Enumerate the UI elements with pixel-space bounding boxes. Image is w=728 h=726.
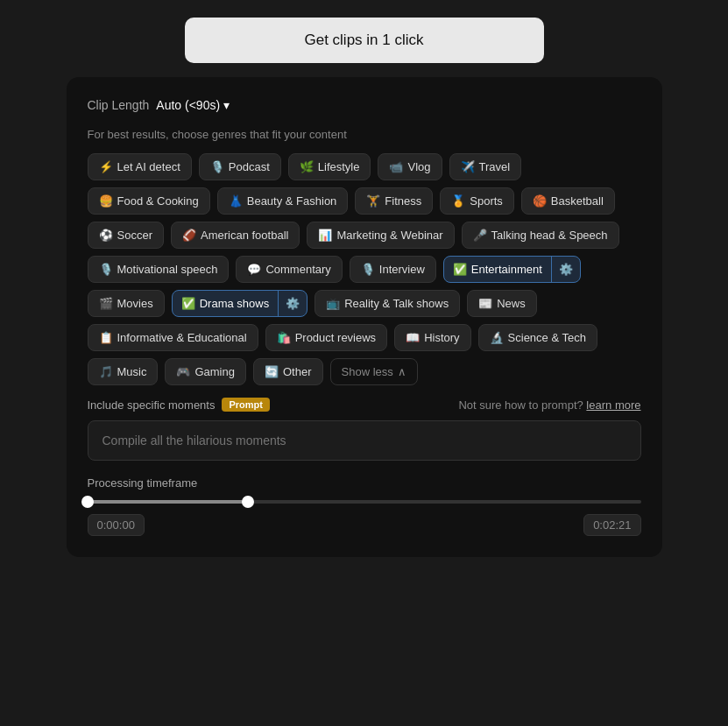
tag-history[interactable]: 📖 History: [394, 324, 470, 351]
tag-science-tech[interactable]: 🔬 Science & Tech: [478, 324, 597, 351]
tag-american-football[interactable]: 🏈 American football: [171, 222, 300, 249]
tag-gaming[interactable]: 🎮 Gaming: [165, 358, 246, 385]
drama-shows-gear-icon[interactable]: ⚙️: [278, 291, 307, 316]
tag-product-reviews[interactable]: 🛍️ Product reviews: [265, 324, 387, 351]
clip-length-dropdown[interactable]: Auto (<90s) ▾: [156, 98, 230, 112]
tag-ai-detect[interactable]: ⚡ Let AI detect: [88, 153, 192, 180]
checkmark-icon: ✅: [453, 263, 467, 276]
checkmark-drama-icon: ✅: [181, 297, 195, 310]
include-left: Include specific moments Prompt: [88, 398, 270, 412]
prompt-input[interactable]: [88, 420, 641, 461]
genres-hint: For best results, choose genres that fit…: [88, 128, 641, 141]
tag-movies[interactable]: 🎬 Movies: [88, 290, 165, 317]
tag-podcast[interactable]: 🎙️ Podcast: [199, 153, 281, 180]
tag-commentary[interactable]: 💬 Commentary: [236, 256, 342, 283]
get-clips-button[interactable]: Get clips in 1 click: [185, 18, 544, 63]
tag-music[interactable]: 🎵 Music: [88, 358, 159, 385]
tag-travel[interactable]: ✈️ Travel: [449, 153, 522, 180]
include-moments-row: Include specific moments Prompt Not sure…: [88, 398, 641, 412]
slider-thumb-left[interactable]: [81, 496, 94, 508]
tag-interview[interactable]: 🎙️ Interview: [350, 256, 436, 283]
tag-entertainment[interactable]: ✅ Entertainment: [444, 257, 551, 282]
prompt-badge: Prompt: [222, 398, 270, 412]
clip-length-value: Auto (<90s): [156, 98, 220, 112]
tag-talking-head[interactable]: 🎤 Talking head & Speech: [462, 222, 619, 249]
tag-entertainment-container: ✅ Entertainment ⚙️: [443, 256, 581, 283]
tag-drama-shows[interactable]: ✅ Drama shows: [173, 291, 278, 316]
main-panel: Clip Length Auto (<90s) ▾ For best resul…: [67, 77, 662, 557]
tag-basketball[interactable]: 🏀 Basketball: [521, 187, 615, 215]
tags-container: ⚡ Let AI detect 🎙️ Podcast 🌿 Lifestyle 📹…: [88, 153, 641, 385]
tag-reality-shows[interactable]: 📺 Reality & Talk shows: [315, 290, 460, 317]
tag-sports[interactable]: 🏅 Sports: [440, 187, 514, 215]
tag-fitness[interactable]: 🏋️ Fitness: [355, 187, 433, 215]
tag-drama-shows-container: ✅ Drama shows ⚙️: [172, 290, 307, 317]
tag-soccer[interactable]: ⚽ Soccer: [88, 222, 164, 249]
tag-food-cooking[interactable]: 🍔 Food & Cooking: [88, 187, 210, 215]
tag-lifestyle[interactable]: 🌿 Lifestyle: [288, 153, 371, 180]
tag-vlog[interactable]: 📹 Vlog: [378, 153, 442, 180]
tag-beauty-fashion[interactable]: 👗 Beauty & Fashion: [217, 187, 349, 215]
slider-time-start: 0:00:00: [88, 514, 145, 536]
show-less-button[interactable]: Show less ∧: [330, 358, 418, 385]
slider-range-labels: 0:00:00 0:02:21: [88, 514, 641, 536]
chevron-up-icon: ∧: [398, 365, 406, 378]
clip-length-label: Clip Length: [88, 98, 150, 112]
include-moments-label: Include specific moments: [88, 398, 216, 412]
tag-informative[interactable]: 📋 Informative & Educational: [88, 324, 258, 351]
tag-marketing-webinar[interactable]: 📊 Marketing & Webinar: [307, 222, 454, 249]
clip-length-row: Clip Length Auto (<90s) ▾: [88, 98, 641, 112]
tag-motivational[interactable]: 🎙️ Motivational speech: [88, 256, 230, 283]
slider-track[interactable]: [88, 500, 641, 504]
learn-more-hint: Not sure how to prompt? learn more: [458, 398, 640, 412]
entertainment-gear-icon[interactable]: ⚙️: [551, 257, 580, 282]
chevron-down-icon: ▾: [223, 98, 230, 112]
slider-thumb-right[interactable]: [242, 496, 254, 508]
tag-other[interactable]: 🔄 Other: [253, 358, 323, 385]
tag-news[interactable]: 📰 News: [467, 290, 537, 317]
learn-more-link[interactable]: learn more: [586, 398, 640, 412]
slider-active-range: [88, 500, 248, 504]
processing-label: Processing timeframe: [88, 476, 641, 490]
slider-time-end: 0:02:21: [583, 514, 640, 536]
